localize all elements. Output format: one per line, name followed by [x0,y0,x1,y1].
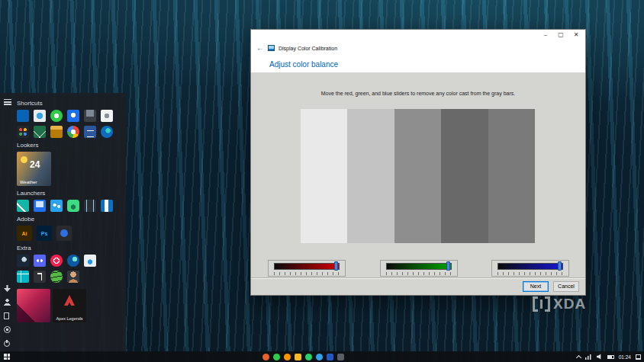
red-slider-handle[interactable] [334,261,338,271]
tasks-tile[interactable] [17,200,29,212]
blue-slider-track[interactable] [497,263,563,270]
remote-desktop-tile[interactable] [84,110,96,122]
code-tile[interactable] [84,200,96,212]
downloads-icon[interactable] [4,285,11,292]
apex-artwork-tile[interactable] [17,289,50,322]
power-icon[interactable] [4,341,10,347]
battery-icon[interactable] [607,355,614,359]
start-button[interactable] [4,354,10,360]
slider-row [251,260,585,277]
settings-tile[interactable] [101,110,113,122]
photos-tile[interactable] [34,110,46,122]
steam-tile[interactable] [17,255,29,267]
section-label-extra: Extra [17,245,124,251]
launchers-row [17,200,124,212]
apex-legends-tile[interactable]: Apex Legends [53,289,86,322]
back-button[interactable]: ← [256,43,264,53]
watermark-bracket-left [533,296,538,312]
green-slider-handle[interactable] [446,261,450,271]
green-slider[interactable] [380,260,458,277]
files-tile[interactable] [50,126,63,138]
red-slider[interactable] [268,260,346,277]
user-account-icon[interactable] [4,299,11,306]
shortcuts-row-1 [17,110,124,122]
apex-row: Apex Legends [17,289,124,322]
footer-divider [251,277,585,278]
photoshop-tile[interactable]: Ps [37,226,52,241]
word-tile[interactable] [84,126,96,138]
whatsapp-icon[interactable] [273,354,280,360]
green-slider-track[interactable] [386,263,452,270]
blue-slider-ticks [497,272,563,275]
windows-logo-icon [4,354,7,357]
network-signal-icon[interactable] [585,354,592,360]
blue-slider[interactable] [491,260,569,277]
messenger-tile[interactable] [67,110,79,122]
chevron-up-icon[interactable] [576,354,581,360]
action-center-icon[interactable] [636,354,641,360]
edge-icon[interactable] [327,354,333,360]
apex-logo-icon [64,295,75,306]
close-button[interactable]: ✕ [568,30,584,40]
section-label-launchers: Launchers [17,190,124,197]
window-titlebar[interactable]: – ▢ ✕ [251,30,585,42]
next-button[interactable]: Next [523,281,549,292]
taskbar-clock[interactable]: 01:24 [619,354,631,360]
hamburger-menu-icon[interactable] [4,99,11,105]
red-slider-track[interactable] [274,263,340,270]
spotify-tile[interactable] [50,271,63,283]
excel-tile[interactable] [34,126,46,138]
windows-logo-icon [4,357,7,360]
store-tile[interactable] [17,126,29,138]
sun-icon [21,156,27,163]
firefox-icon[interactable] [284,354,291,360]
system-tray: 01:24 [577,351,641,362]
section-label-adobe: Adobe [17,216,124,223]
xda-watermark: XDA [533,296,586,312]
wizard-body: Move the red, green, and blue sliders to… [251,72,585,295]
android-tile[interactable] [67,200,79,212]
opera-tile[interactable] [50,255,63,267]
gray-bars-panel [301,109,535,243]
extra-row-1 [17,255,124,267]
monitor-tile[interactable] [34,200,46,212]
start-menu-rail [0,93,15,351]
discord-tile[interactable] [34,255,46,267]
windows-logo-icon [8,354,11,357]
contacts-tile[interactable] [50,200,63,212]
taskbar-app-icons [262,354,344,360]
maximize-button[interactable]: ▢ [553,30,568,40]
minimize-button[interactable]: – [538,30,553,40]
weather-tile[interactable]: 24 Weather [17,152,51,186]
telegram-icon[interactable] [316,354,323,360]
epic-tile[interactable] [34,271,46,283]
teams-tile[interactable] [17,271,29,283]
edge-beta-tile[interactable] [67,255,79,267]
watermark-bracket-right [545,296,550,312]
volume-icon[interactable] [597,354,603,360]
illustrator-tile[interactable]: Ai [17,226,32,241]
documents-icon[interactable] [4,312,9,319]
whatsapp-web-icon[interactable] [305,354,312,360]
photos-icon[interactable] [337,354,344,360]
settings-icon[interactable] [4,326,11,333]
mail-tile[interactable] [17,110,29,122]
onenote-tile[interactable] [101,200,113,212]
rainmeter-tile[interactable] [84,255,96,267]
file-explorer-icon[interactable] [295,354,301,360]
brave-icon[interactable] [262,354,269,360]
profile-avatar-tile[interactable] [67,271,79,283]
watermark-text: XDA [553,296,586,312]
shortcuts-row-2 [17,126,124,138]
red-slider-ticks [274,272,340,275]
desktop: Shortcuts Lookers 24 Weat [0,0,644,362]
display-color-calibration-window: – ▢ ✕ ← Display Color Calibration Adjust… [250,29,586,296]
creative-cloud-tile[interactable] [56,226,72,241]
chrome-tile[interactable] [67,126,79,138]
edge-tile[interactable] [101,126,113,138]
whatsapp-tile[interactable] [50,110,63,122]
cancel-button[interactable]: Cancel [553,281,579,292]
gray-bar-3 [394,109,441,243]
blue-slider-handle[interactable] [558,261,562,271]
apex-tile-label: Apex Legends [53,316,86,321]
